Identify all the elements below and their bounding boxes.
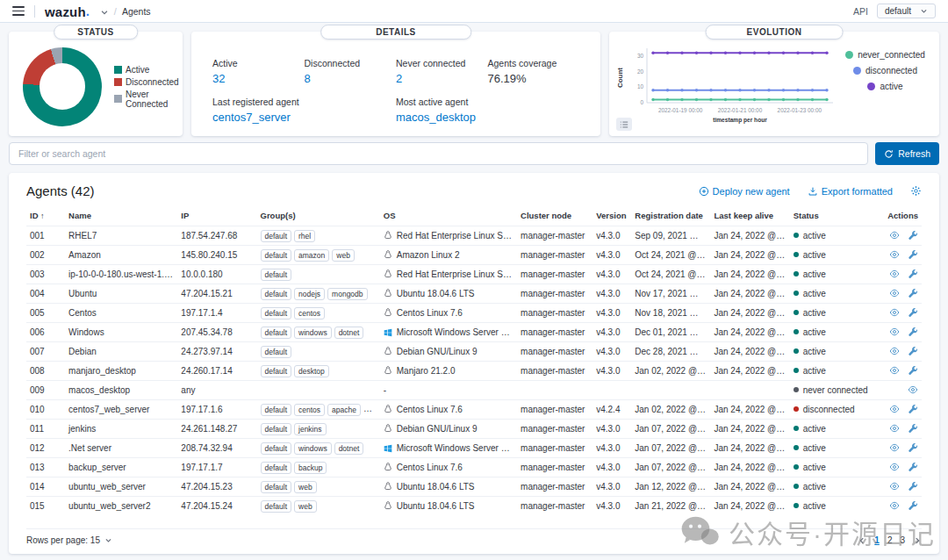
group-badge[interactable]: nodejs [294, 288, 325, 300]
group-badge[interactable]: amazon [294, 249, 329, 262]
deploy-new-agent-button[interactable]: Deploy new agent [699, 186, 790, 197]
agent-row[interactable]: 006Windows207.45.34.78defaultwindowsdotn… [26, 323, 922, 342]
agent-name-cell[interactable]: Debian [65, 342, 177, 362]
group-badge[interactable]: default [261, 442, 292, 455]
group-badge[interactable]: default [261, 288, 292, 300]
wazuh-logo[interactable]: wazuh. [45, 4, 96, 19]
chevron-down-icon[interactable] [100, 8, 109, 17]
manage-agent-icon[interactable] [908, 404, 918, 414]
status-legend-item[interactable]: Active [114, 65, 179, 75]
agent-row[interactable]: 013backup_server197.17.1.7defaultbackupC… [26, 458, 922, 477]
manage-agent-icon[interactable] [908, 442, 918, 453]
view-agent-icon[interactable] [889, 249, 900, 260]
group-badge[interactable]: rhel [294, 230, 315, 242]
gear-icon[interactable] [910, 185, 922, 197]
group-badge[interactable]: backup [294, 462, 327, 474]
group-badge[interactable]: default [261, 230, 292, 242]
manage-agent-icon[interactable] [908, 307, 918, 318]
agent-name-cell[interactable]: ip-10-0-0-180.us-west-1.comput... [65, 265, 177, 284]
view-agent-icon[interactable] [889, 442, 900, 453]
manage-agent-icon[interactable] [908, 365, 918, 376]
pagination-page[interactable]: 2 [887, 535, 893, 545]
group-badge[interactable]: default [261, 249, 292, 262]
view-agent-icon[interactable] [889, 365, 900, 376]
group-badge[interactable]: default [261, 365, 292, 377]
view-agent-icon[interactable] [908, 384, 918, 395]
group-badge[interactable]: dotnet [334, 442, 364, 455]
group-badge[interactable]: default [261, 481, 292, 493]
column-header-groups[interactable]: Group(s) [257, 206, 380, 226]
group-badge[interactable]: default [261, 346, 292, 358]
agent-row[interactable]: 003ip-10-0-0-180.us-west-1.comput...10.0… [26, 265, 922, 284]
group-badge[interactable]: centos [294, 307, 325, 319]
agent-row[interactable]: 010centos7_web_server197.17.1.6defaultce… [26, 400, 922, 420]
group-badge[interactable]: centos [294, 404, 325, 416]
view-agent-icon[interactable] [889, 269, 900, 279]
pagination-prev[interactable] [858, 536, 866, 545]
agent-name-cell[interactable]: Amazon [65, 246, 177, 265]
last-registered-agent-link[interactable]: centos7_server [212, 111, 305, 124]
agent-name-cell[interactable]: RHEL7 [65, 226, 177, 246]
agent-row[interactable]: 008manjaro_desktop24.260.17.14defaultdes… [26, 362, 922, 381]
column-header-name[interactable]: Name [65, 206, 177, 226]
manage-agent-icon[interactable] [908, 462, 918, 472]
column-header-id[interactable]: ID ↑ [26, 206, 65, 226]
group-badge[interactable]: default [261, 307, 292, 319]
column-header-ip[interactable]: IP [177, 206, 256, 226]
agent-name-cell[interactable]: ubuntu_web_server [65, 477, 177, 497]
agent-row[interactable]: 004Ubuntu47.204.15.21defaultnodejsmongod… [26, 284, 922, 304]
agent-name-cell[interactable]: macos_desktop [65, 381, 177, 400]
agent-name-cell[interactable]: Ubuntu [65, 284, 177, 304]
group-badge[interactable]: default [261, 327, 292, 339]
rows-per-page-select[interactable]: Rows per page: 15 [26, 535, 112, 545]
group-badge[interactable]: default [261, 462, 292, 474]
manage-agent-icon[interactable] [908, 481, 918, 492]
agent-name-cell[interactable]: Centos [65, 304, 177, 323]
stat-disconnected-value[interactable]: 8 [305, 72, 397, 85]
group-badge[interactable]: dotnet [334, 327, 364, 339]
manage-agent-icon[interactable] [908, 288, 918, 298]
agent-row[interactable]: 015ubuntu_web_server247.204.15.24default… [26, 497, 922, 516]
view-agent-icon[interactable] [889, 327, 900, 337]
breadcrumb[interactable]: Agents [122, 6, 151, 17]
column-header-last_keep_alive[interactable]: Last keep alive [710, 206, 789, 226]
group-badge[interactable]: default [261, 423, 292, 435]
evolution-legend-item[interactable]: disconnected [853, 66, 917, 75]
column-header-status[interactable]: Status [790, 206, 874, 226]
manage-agent-icon[interactable] [908, 346, 918, 356]
group-badge[interactable]: mongodb [327, 288, 367, 300]
group-badge[interactable]: default [261, 269, 292, 281]
manage-agent-icon[interactable] [908, 327, 918, 337]
agent-name-cell[interactable]: manjaro_desktop [65, 362, 177, 381]
evolution-legend-item[interactable]: active [867, 82, 902, 91]
menu-icon[interactable] [12, 6, 25, 15]
agent-name-cell[interactable]: centos7_web_server [65, 400, 177, 420]
group-badge[interactable]: default [261, 404, 292, 416]
agent-row[interactable]: 002Amazon145.80.240.15defaultamazonwebAm… [26, 246, 922, 265]
group-badge[interactable]: web [332, 249, 355, 262]
column-header-registration_date[interactable]: Registration date [631, 206, 710, 226]
evolution-legend-item[interactable]: never_connected [845, 50, 925, 60]
view-agent-icon[interactable] [889, 481, 900, 492]
agent-name-cell[interactable]: jenkins [65, 420, 177, 439]
manage-agent-icon[interactable] [908, 269, 918, 279]
pagination-page[interactable]: 1 [874, 535, 880, 545]
group-badge[interactable]: web [294, 481, 317, 493]
agent-row[interactable]: 014ubuntu_web_server47.204.15.23defaultw… [26, 477, 922, 497]
agent-row[interactable]: 005Centos197.17.1.4defaultcentosCentos L… [26, 304, 922, 323]
status-legend-item[interactable]: Disconnected [114, 77, 179, 87]
agent-name-cell[interactable]: backup_server [65, 458, 177, 477]
agent-name-cell[interactable]: Windows [65, 323, 177, 342]
view-agent-icon[interactable] [889, 500, 900, 511]
search-input[interactable] [9, 142, 868, 165]
column-header-cluster_node[interactable]: Cluster node [517, 206, 592, 226]
group-badge[interactable]: default [261, 500, 292, 513]
manage-agent-icon[interactable] [908, 423, 918, 434]
view-agent-icon[interactable] [889, 462, 900, 472]
manage-agent-icon[interactable] [908, 249, 918, 260]
view-agent-icon[interactable] [889, 404, 900, 414]
stat-never-connected-value[interactable]: 2 [396, 72, 488, 85]
agent-name-cell[interactable]: ubuntu_web_server2 [65, 497, 177, 516]
export-formatted-button[interactable]: Export formatted [808, 186, 893, 197]
manage-agent-icon[interactable] [908, 500, 918, 511]
